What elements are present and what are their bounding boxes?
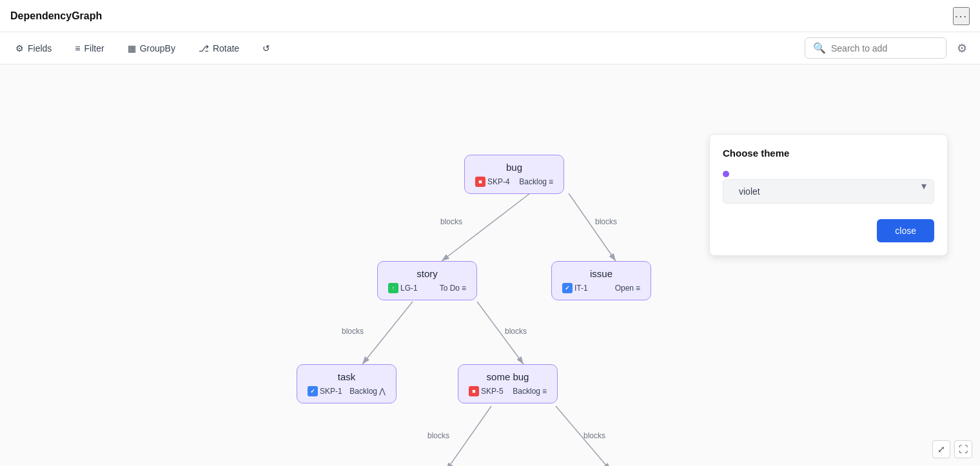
settings-button[interactable]: ⚙	[954, 39, 970, 58]
bottom-icons: ⤢ ⛶	[932, 440, 972, 458]
toolbar: ⚙ Fields ≡ Filter ▦ GroupBy ⎇ Rotate ↺ 🔍…	[0, 32, 980, 64]
node-id: ■ SKP-5	[469, 386, 504, 396]
svg-text:blocks: blocks	[342, 327, 364, 336]
graph-canvas: blocksblocksblocksblocksblocksblocks Cho…	[0, 64, 980, 466]
rotate-icon: ⎇	[199, 43, 209, 53]
priority-icon: ≡	[542, 387, 547, 396]
node-status: Backlog ⋀	[349, 387, 386, 396]
svg-line-7	[477, 302, 524, 364]
search-input[interactable]	[831, 43, 938, 53]
node-meta: ✓ SKP-1 Backlog ⋀	[308, 386, 386, 396]
node-title: story	[388, 268, 466, 279]
node-badge: ■	[475, 177, 485, 187]
priority-icon: ≡	[549, 177, 553, 186]
filter-icon: ≡	[75, 43, 80, 53]
theme-select[interactable]: violetbluegreenredorange	[723, 179, 934, 204]
node-title: issue	[562, 268, 640, 279]
svg-text:blocks: blocks	[595, 217, 617, 226]
node-meta: ✓ IT-1 Open ≡	[562, 283, 640, 293]
expand-button[interactable]: ⤢	[932, 440, 950, 458]
node-badge: ↑	[388, 283, 398, 293]
node-badge: ✓	[308, 386, 318, 396]
node-title: some bug	[469, 371, 547, 382]
node-status: Backlog ≡	[513, 387, 547, 396]
node-id: ✓ IT-1	[562, 283, 588, 293]
svg-line-9	[446, 406, 491, 466]
graph-node-bug[interactable]: bug ■ SKP-4 Backlog ≡	[464, 155, 564, 194]
node-title: bug	[475, 162, 553, 173]
node-meta: ↑ LG-1 To Do ≡	[388, 283, 466, 293]
svg-text:blocks: blocks	[440, 217, 462, 226]
node-meta: ■ SKP-5 Backlog ≡	[469, 386, 547, 396]
more-button[interactable]: ⋯	[953, 7, 970, 25]
priority-icon: ≡	[462, 284, 466, 293]
rotate-button[interactable]: ⎇ Rotate	[193, 41, 244, 56]
header: DependencyGraph ⋯	[0, 0, 980, 32]
svg-text:blocks: blocks	[427, 431, 449, 440]
search-box[interactable]: 🔍	[805, 37, 946, 59]
svg-line-3	[569, 193, 616, 261]
rotate-label: Rotate	[213, 43, 239, 53]
node-meta: ■ SKP-4 Backlog ≡	[475, 177, 553, 187]
svg-text:blocks: blocks	[505, 327, 527, 336]
fields-button[interactable]: ⚙ Fields	[10, 41, 57, 56]
graph-node-some-bug[interactable]: some bug ■ SKP-5 Backlog ≡	[458, 364, 558, 403]
fullscreen-button[interactable]: ⛶	[954, 440, 972, 458]
fields-label: Fields	[28, 43, 52, 53]
refresh-icon: ↺	[262, 43, 270, 53]
svg-text:blocks: blocks	[583, 431, 605, 440]
node-badge: ✓	[562, 283, 573, 293]
groupby-button[interactable]: ▦ GroupBy	[122, 41, 181, 56]
groupby-icon: ▦	[128, 43, 136, 53]
node-status: To Do ≡	[440, 284, 466, 293]
theme-select-wrapper: violetbluegreenredorange ▾	[723, 168, 934, 204]
filter-label: Filter	[84, 43, 104, 53]
graph-node-task1[interactable]: task ✓ SKP-1 Backlog ⋀	[297, 364, 397, 403]
node-id: ↑ LG-1	[388, 283, 418, 293]
page-title: DependencyGraph	[10, 10, 102, 22]
theme-panel-title: Choose theme	[723, 148, 934, 159]
node-title: task	[308, 371, 386, 382]
svg-line-5	[362, 302, 413, 364]
close-button[interactable]: close	[877, 219, 934, 242]
graph-node-issue[interactable]: issue ✓ IT-1 Open ≡	[551, 261, 651, 300]
priority-icon: ⋀	[379, 387, 386, 396]
priority-icon: ≡	[636, 284, 640, 293]
refresh-button[interactable]: ↺	[257, 41, 275, 56]
graph-edges: blocksblocksblocksblocksblocksblocks	[0, 64, 980, 466]
node-status: Open ≡	[615, 284, 640, 293]
filter-button[interactable]: ≡ Filter	[70, 41, 109, 56]
node-status: Backlog ≡	[519, 177, 553, 186]
svg-line-11	[556, 406, 611, 466]
node-id: ✓ SKP-1	[308, 386, 342, 396]
groupby-label: GroupBy	[140, 43, 175, 53]
theme-panel: Choose theme violetbluegreenredorange ▾ …	[709, 134, 948, 256]
graph-node-story[interactable]: story ↑ LG-1 To Do ≡	[377, 261, 477, 300]
toolbar-right: 🔍 ⚙	[805, 37, 970, 59]
fields-icon: ⚙	[15, 43, 24, 53]
theme-color-dot	[723, 171, 729, 177]
toolbar-left: ⚙ Fields ≡ Filter ▦ GroupBy ⎇ Rotate ↺	[10, 41, 789, 56]
node-id: ■ SKP-4	[475, 177, 510, 187]
svg-line-1	[442, 193, 530, 261]
node-badge: ■	[469, 386, 479, 396]
search-icon: 🔍	[813, 42, 826, 54]
